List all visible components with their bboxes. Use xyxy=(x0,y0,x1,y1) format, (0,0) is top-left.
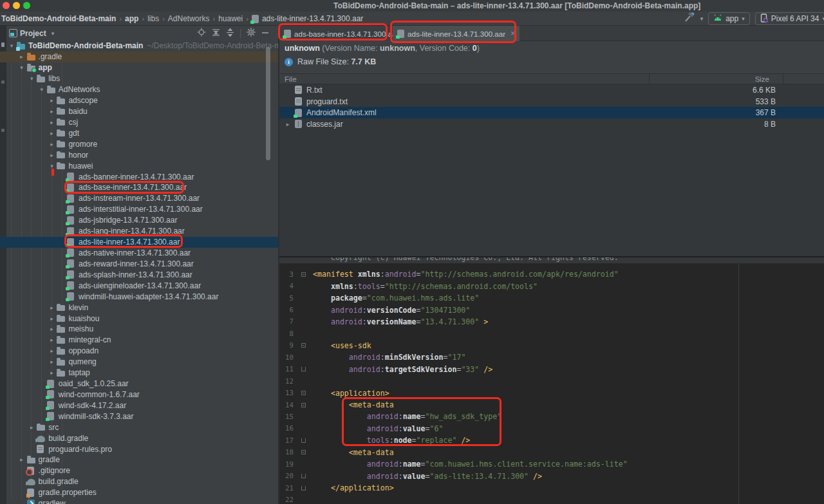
tree-item-proguard-rules-pro[interactable]: proguard-rules.pro xyxy=(0,443,278,454)
column-divider[interactable] xyxy=(783,74,783,84)
tree-item-windmill-sdk-3-7-3-aar[interactable]: windmill-sdk-3.7.3.aar xyxy=(0,411,278,422)
tree-item-taptap[interactable]: ▸taptap xyxy=(0,368,278,378)
fold-marker-icon[interactable] xyxy=(294,272,313,277)
chevron-collapsed-icon[interactable]: ▸ xyxy=(46,348,57,354)
breadcrumb-current-file[interactable]: ads-lite-inner-13.4.71.300.aar xyxy=(262,14,363,23)
fold-marker-icon[interactable] xyxy=(294,343,313,348)
chevron-collapsed-icon[interactable]: ▸ xyxy=(46,337,57,343)
chevron-collapsed-icon[interactable]: ▸ xyxy=(46,141,57,147)
chevron-collapsed-icon[interactable]: ▸ xyxy=(46,97,57,104)
tree-item-libs[interactable]: ▾libs xyxy=(0,73,278,84)
expand-all-icon[interactable] xyxy=(212,28,220,39)
device-selector[interactable]: Pixel 6 API 34 ▾ xyxy=(755,12,824,25)
minimize-window-button[interactable] xyxy=(13,2,20,9)
file-row-classes-jar[interactable]: ▸classes.jar8 B xyxy=(279,118,824,130)
column-divider[interactable] xyxy=(649,74,650,84)
tree-item-adscope[interactable]: ▸adscope xyxy=(0,95,278,106)
project-panel-title[interactable]: Project xyxy=(20,29,46,38)
tree-item-tobiddemo-android-beta-main[interactable]: ▾ToBidDemo-Android-Beta-main~/Desktop/To… xyxy=(0,41,278,51)
hide-panel-icon[interactable] xyxy=(261,28,269,39)
tree-item-app[interactable]: ▾app xyxy=(0,62,278,73)
chevron-expanded-icon[interactable]: ▾ xyxy=(6,42,17,49)
code-line-22[interactable]: 22 xyxy=(279,494,824,504)
code-line-3[interactable]: 3<manifest xmlns:android="http://schemas… xyxy=(279,268,824,280)
chevron-collapsed-icon[interactable]: ▸ xyxy=(17,456,27,463)
tree-item-oaid-sdk-1-0-25-aar[interactable]: oaid_sdk_1.0.25.aar xyxy=(0,378,278,389)
settings-gear-icon[interactable] xyxy=(247,28,256,39)
code-line-21[interactable]: 21 </application> xyxy=(279,482,824,494)
chevron-collapsed-icon[interactable]: ▸ xyxy=(283,121,292,127)
chevron-collapsed-icon[interactable]: ▸ xyxy=(46,108,57,115)
tree-item-oppoadn[interactable]: ▸oppoadn xyxy=(0,346,278,357)
build-dropdown-caret[interactable]: ▾ xyxy=(700,15,704,22)
chevron-collapsed-icon[interactable]: ▸ xyxy=(17,53,27,60)
file-row-r-txt[interactable]: R.txt6.6 KB xyxy=(279,84,824,96)
breadcrumb-item-huawei[interactable]: huawei xyxy=(218,14,243,23)
tree-item-wind-common-1-6-7-aar[interactable]: wind-common-1.6.7.aar xyxy=(0,389,278,400)
code-line-20[interactable]: 20 android:value="ads-lite:13.4.71.300" … xyxy=(279,470,824,481)
project-view-dropdown-caret[interactable]: ▾ xyxy=(52,30,55,37)
tree-item-mintegral-cn[interactable]: ▸mintegral-cn xyxy=(0,335,278,346)
fold-marker-icon[interactable] xyxy=(294,486,313,490)
tree-item-meishu[interactable]: ▸meishu xyxy=(0,324,278,335)
tree-item-qumeng[interactable]: ▸qumeng xyxy=(0,357,278,368)
run-configuration-selector[interactable]: app ▾ xyxy=(708,12,750,25)
chevron-expanded-icon[interactable]: ▾ xyxy=(37,86,47,93)
tree-item-ads-native-inner-13-4-71-300-aar[interactable]: ads-native-inner-13.4.71.300.aar xyxy=(0,248,278,259)
tree-item-gradle[interactable]: ▸.gradle xyxy=(0,51,278,62)
chevron-collapsed-icon[interactable]: ▸ xyxy=(46,119,57,126)
project-scrollbar-thumb[interactable] xyxy=(266,47,270,160)
code-line-4[interactable]: 4 xmlns:tools="http://schemas.android.co… xyxy=(279,280,824,292)
chevron-collapsed-icon[interactable]: ▸ xyxy=(46,369,57,376)
tree-item-klevin[interactable]: ▸klevin xyxy=(0,302,278,313)
build-hammer-icon[interactable] xyxy=(684,12,695,25)
tree-item-gradle-properties[interactable]: gradle.properties xyxy=(0,487,278,498)
code-line-10[interactable]: 10 android:minSdkVersion="17" xyxy=(279,351,824,363)
breadcrumb-item-libs[interactable]: libs xyxy=(147,14,159,23)
fold-marker-icon[interactable] xyxy=(294,450,313,454)
tree-item-build-gradle[interactable]: build.gradle xyxy=(0,476,278,487)
tree-item-wind-sdk-4-17-2-aar[interactable]: wind-sdk-4.17.2.aar xyxy=(0,400,278,411)
tree-item-ads-jsbridge-13-4-71-300-aar[interactable]: ads-jsbridge-13.4.71.300.aar xyxy=(0,215,278,226)
tree-item-gdt[interactable]: ▸gdt xyxy=(0,127,278,138)
size-column-header[interactable]: Size xyxy=(755,75,769,83)
code-line-7[interactable]: 7 android:versionName="13.4.71.300" > xyxy=(279,316,824,328)
fold-marker-icon[interactable] xyxy=(294,367,313,371)
code-line-5[interactable]: 5 package="com.huawei.hms.ads.lite" xyxy=(279,292,824,304)
code-line-19[interactable]: 19 android:name="com.huawei.hms.client.s… xyxy=(279,458,824,470)
fold-marker-icon[interactable] xyxy=(294,438,313,443)
tree-item-gradle[interactable]: ▸gradle xyxy=(0,454,278,465)
breadcrumb-item-adnetworks[interactable]: AdNetworks xyxy=(168,14,210,23)
locate-file-icon[interactable] xyxy=(197,28,206,39)
code-line-6[interactable]: 6 android:versionCode="130471300" xyxy=(279,304,824,315)
tree-item-src[interactable]: ▸src xyxy=(0,422,278,433)
tree-item-honor[interactable]: ▸honor xyxy=(0,149,278,160)
file-table-header[interactable]: File Size xyxy=(279,73,824,84)
tree-item-build-gradle[interactable]: build.gradle xyxy=(0,433,278,443)
code-line-12[interactable]: 12 xyxy=(279,375,824,387)
tree-item-ads-reward-inner-13-4-71-300-aar[interactable]: ads-reward-inner-13.4.71.300.aar xyxy=(0,258,278,269)
chevron-expanded-icon[interactable]: ▾ xyxy=(26,75,37,82)
chevron-collapsed-icon[interactable]: ▸ xyxy=(46,304,57,311)
tree-item-gradlew[interactable]: gradlew xyxy=(0,498,278,504)
collapse-all-icon[interactable] xyxy=(226,28,234,39)
tree-item-ads-interstitial-inner-13-4-71-300-aar[interactable]: ads-interstitial-inner-13.4.71.300.aar xyxy=(0,204,278,215)
fold-marker-icon[interactable] xyxy=(294,474,313,478)
chevron-collapsed-icon[interactable]: ▸ xyxy=(46,130,57,136)
tree-item-baidu[interactable]: ▸baidu xyxy=(0,106,278,117)
file-row-androidmanifest-xml[interactable]: AndroidManifest.xml367 B xyxy=(279,107,824,118)
breadcrumb-item-app[interactable]: app xyxy=(125,14,138,23)
manifest-code-editor[interactable]: Copyright (c) Huawei Technologies Co., L… xyxy=(279,256,824,504)
chevron-collapsed-icon[interactable]: ▸ xyxy=(46,152,57,158)
code-line-18[interactable]: 18 <meta-data xyxy=(279,447,824,458)
code-line-11[interactable]: 11 android:targetSdkVersion="33" /> xyxy=(279,364,824,375)
file-column-header[interactable]: File xyxy=(285,75,297,83)
tree-item-csj[interactable]: ▸csj xyxy=(0,117,278,127)
chevron-expanded-icon[interactable]: ▾ xyxy=(17,64,27,71)
chevron-collapsed-icon[interactable]: ▸ xyxy=(26,424,37,431)
tree-item-huawei[interactable]: ▾huawei xyxy=(0,160,278,171)
code-line-9[interactable]: 9 <uses-sdk xyxy=(279,340,824,351)
tree-item-ads-splash-inner-13-4-71-300-aar[interactable]: ads-splash-inner-13.4.71.300.aar xyxy=(0,269,278,280)
chevron-collapsed-icon[interactable]: ▸ xyxy=(46,315,57,322)
tree-item-gitignore[interactable]: .gitignore xyxy=(0,465,278,476)
